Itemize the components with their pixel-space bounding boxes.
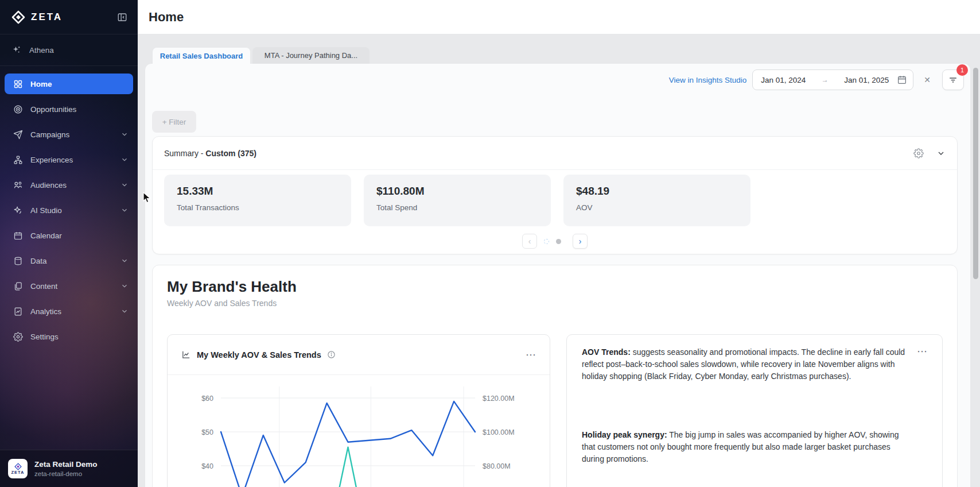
aov-sales-trends-chart-card: My Weekly AOV & Sales Trends ⋯ $60$120.0…: [167, 334, 550, 487]
filter-button[interactable]: 1: [942, 69, 964, 90]
sitemap-icon: [13, 154, 23, 165]
sidebar-item-opportunities[interactable]: Opportunities: [5, 99, 133, 119]
metric-label: Total Transactions: [177, 203, 339, 212]
summary-settings-gear-icon[interactable]: [913, 148, 924, 159]
sidebar-item-label: Content: [30, 282, 113, 291]
sidebar-nav: Home Opportunities Campaigns Experiences…: [0, 66, 138, 359]
chevron-down-icon: [120, 282, 129, 290]
filter-count-badge: 1: [956, 64, 968, 76]
date-end[interactable]: Jan 01, 2025: [844, 76, 889, 84]
sidebar-item-label: Data: [30, 257, 113, 265]
svg-text:$120.00M: $120.00M: [483, 395, 515, 403]
insight-paragraph: AOV Trends: suggests seasonality and pro…: [582, 346, 907, 382]
chevron-down-icon: [120, 130, 129, 138]
vertical-scrollbar-thumb[interactable]: [973, 68, 978, 279]
info-icon[interactable]: [327, 350, 336, 359]
sidebar-item-label: Opportunities: [30, 105, 129, 114]
brand-health-card: My Brand's Health Weekly AOV and Sales T…: [152, 265, 958, 487]
page-header: Home: [138, 0, 980, 34]
sidebar-item-calendar[interactable]: Calendar: [5, 225, 133, 246]
sidebar-item-settings[interactable]: Settings: [5, 326, 133, 347]
brand-name: ZETA: [31, 11, 117, 23]
ai-sparkle-icon: [13, 205, 23, 215]
pagination-dot-current[interactable]: [544, 239, 549, 244]
chevron-down-icon: [120, 181, 129, 189]
section-title: My Brand's Health: [167, 278, 297, 296]
sidebar-item-data[interactable]: Data: [5, 250, 133, 271]
sidebar-item-label: AI Studio: [30, 206, 113, 215]
chart-header: My Weekly AOV & Sales Trends ⋯: [168, 335, 550, 375]
dashboard-toolbar: View in Insights Studio Jan 01, 2024 → J…: [669, 69, 964, 90]
tab-retail-sales-dashboard[interactable]: Retail Sales Dashboard: [152, 47, 251, 64]
dashboard-panel: View in Insights Studio Jan 01, 2024 → J…: [145, 63, 971, 487]
view-in-insights-studio-link[interactable]: View in Insights Studio: [669, 76, 747, 84]
sidebar-item-analytics[interactable]: Analytics: [5, 301, 133, 322]
org-logo-text: ZETA: [11, 470, 24, 475]
metric-tile-aov: $48.19 AOV: [563, 175, 750, 226]
aov-sales-trend-chart: $60$120.00M$50$100.00M$40$80.00M: [168, 375, 550, 487]
sidebar-item-label: Experiences: [30, 156, 113, 164]
database-icon: [13, 256, 23, 266]
sidebar-item-label: Calendar: [30, 231, 129, 240]
pagination-next-button[interactable]: ›: [573, 234, 588, 249]
calendar-icon: [897, 75, 907, 85]
metrics-pagination: ‹ ›: [153, 234, 957, 249]
metric-value: 15.33M: [177, 185, 339, 198]
date-start[interactable]: Jan 01, 2024: [761, 76, 806, 84]
chevron-down-icon: [120, 307, 129, 315]
paper-plane-icon: [13, 129, 23, 140]
sidebar-item-content[interactable]: Content: [5, 276, 133, 296]
date-range-picker[interactable]: Jan 01, 2024 → Jan 01, 2025: [752, 69, 913, 90]
sidebar-item-experiences[interactable]: Experiences: [5, 149, 133, 170]
sidebar-item-athena[interactable]: Athena: [0, 34, 138, 66]
pages-icon: [13, 281, 23, 291]
pagination-dot[interactable]: [556, 239, 561, 244]
svg-text:$40: $40: [201, 462, 213, 470]
line-chart-icon: [181, 350, 191, 360]
clear-date-filter-icon[interactable]: ✕: [921, 73, 933, 87]
sidebar-item-label: Audiences: [30, 181, 113, 190]
home-dashboard-icon: [13, 79, 23, 89]
sidebar-item-label: Analytics: [30, 307, 113, 316]
section-subtitle: Weekly AOV and Sales Trends: [167, 299, 277, 308]
metric-tile-total-transactions: 15.33M Total Transactions: [164, 175, 351, 226]
org-switcher[interactable]: ZETA Zeta Retail Demo zeta-retail-demo: [0, 450, 138, 487]
sidebar-header: ZETA: [0, 0, 138, 34]
page-title: Home: [149, 10, 184, 25]
metric-label: Total Spend: [376, 203, 538, 212]
insights-more-options-icon[interactable]: ⋯: [917, 349, 928, 354]
svg-text:$80.00M: $80.00M: [483, 462, 511, 470]
sidebar-item-audiences[interactable]: Audiences: [5, 175, 133, 195]
sidebar-item-label: Settings: [30, 333, 129, 341]
svg-text:$50: $50: [201, 428, 213, 436]
sidebar: ZETA Athena Home Opportunities Campaigns…: [0, 0, 138, 487]
report-chart-icon: [13, 306, 23, 316]
chevron-down-icon: [120, 156, 129, 164]
insight-paragraph: Holiday peak synergy: The big jump in sa…: [582, 429, 907, 465]
chevron-down-icon: [120, 257, 129, 265]
main-area: Home Retail Sales Dashboard MTA - Journe…: [138, 0, 980, 487]
collapse-sidebar-icon[interactable]: [117, 12, 127, 22]
tab-mta-journey-pathing[interactable]: MTA - Journey Pathing Da...: [252, 47, 370, 64]
summary-card: Summary - Custom (375) 15.33M Total Tran…: [152, 136, 958, 254]
add-filter-button[interactable]: + Filter: [152, 111, 196, 133]
sidebar-item-campaigns[interactable]: Campaigns: [5, 124, 133, 145]
target-icon: [13, 104, 23, 114]
summary-collapse-chevron-icon[interactable]: [936, 149, 946, 158]
pagination-prev-button[interactable]: ‹: [522, 234, 537, 249]
zeta-logo-icon: [11, 10, 25, 24]
sidebar-item-label: Campaigns: [30, 130, 113, 139]
filter-lines-icon: [948, 75, 958, 85]
range-arrow-icon: →: [810, 76, 839, 84]
chart-more-options-icon[interactable]: ⋯: [526, 352, 537, 358]
metric-label: AOV: [576, 203, 738, 212]
chevron-down-icon: [120, 206, 129, 214]
sidebar-item-label: Home: [30, 80, 129, 88]
summary-metrics: 15.33M Total Transactions $110.80M Total…: [153, 170, 957, 226]
sidebar-item-ai-studio[interactable]: AI Studio: [5, 200, 133, 221]
gear-icon: [13, 331, 23, 342]
sidebar-item-home[interactable]: Home: [5, 74, 133, 94]
summary-header: Summary - Custom (375): [153, 137, 957, 170]
ai-insights-card: ⋯ AOV Trends: suggests seasonality and p…: [566, 334, 943, 487]
org-name: Zeta Retail Demo: [34, 460, 98, 469]
